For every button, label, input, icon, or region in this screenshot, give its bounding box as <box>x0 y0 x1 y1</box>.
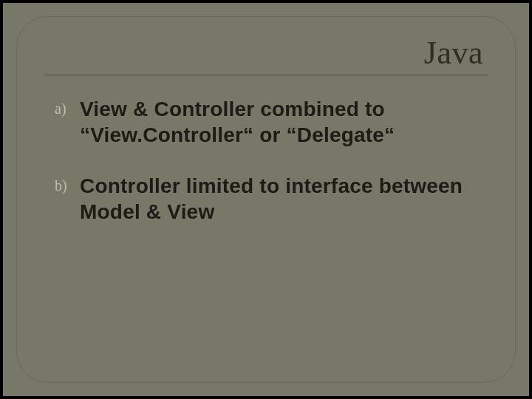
list-item-text: View & Controller combined to “View.Cont… <box>80 96 488 148</box>
slide-title: Java <box>44 34 488 75</box>
list-marker: b) <box>55 173 80 194</box>
body-list: a) View & Controller combined to “View.C… <box>44 96 488 225</box>
slide: Java a) View & Controller combined to “V… <box>3 3 529 396</box>
list-item-text: Controller limited to interface between … <box>80 173 488 225</box>
slide-content: Java a) View & Controller combined to “V… <box>44 34 488 375</box>
title-underline <box>44 75 488 75</box>
list-marker: a) <box>55 96 80 117</box>
list-item: b) Controller limited to interface betwe… <box>55 173 488 225</box>
list-item: a) View & Controller combined to “View.C… <box>55 96 488 148</box>
